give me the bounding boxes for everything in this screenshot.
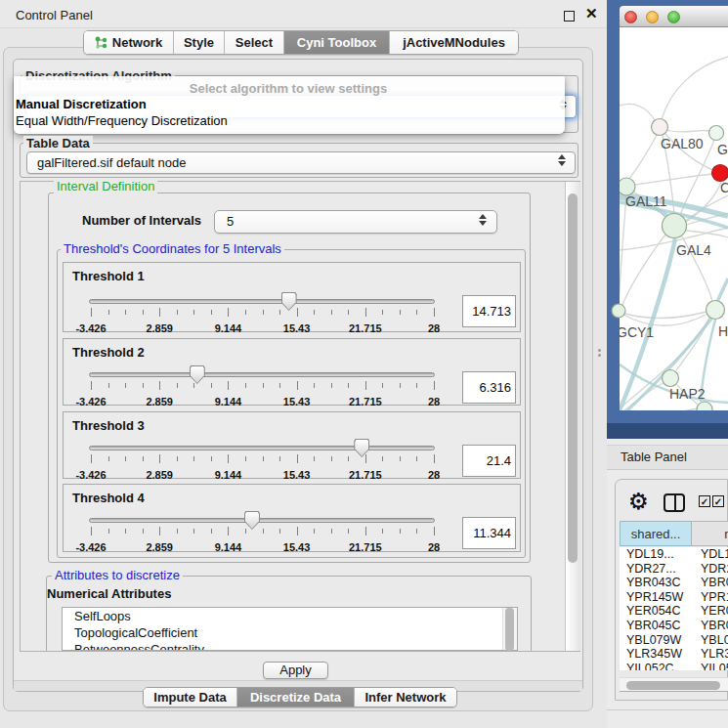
table-row[interactable]: YPR145WYPR145W [620,590,728,605]
apply-button[interactable]: Apply [263,662,328,679]
tab-label: Style [184,35,214,50]
table-column-header-name[interactable]: name [692,521,728,546]
number-of-intervals-combobox[interactable] [214,210,497,234]
table-hscrollbar-thumb[interactable] [626,681,720,690]
bottom-tab-infer-network[interactable]: Infer Network [355,688,456,707]
slider-thumb-face [282,293,296,310]
network-node[interactable] [663,370,679,387]
network-icon [95,36,107,50]
splitter-handle[interactable] [598,349,602,357]
popup-item-equal-width-frequency[interactable]: Equal Width/Frequency Discretization [16,113,228,128]
minor-tick [108,310,109,315]
network-canvas[interactable]: GAL80GAL4GAL11CRP1GAL4GCY1HIS4HAP2 [620,27,728,410]
bottom-tab-discretize-data[interactable]: Discretize Data [237,688,355,707]
network-node[interactable] [709,126,724,141]
attribute-list-item[interactable]: TopologicalCoefficient [63,624,517,641]
minor-tick [416,529,417,534]
close-icon[interactable]: ✕ [585,5,598,22]
threshold-4-value-field[interactable]: 11.344 [462,517,516,549]
minimize-traffic-light-icon[interactable] [646,11,659,23]
minor-tick [263,310,264,315]
table-row[interactable]: YDR27...YDR27 [620,562,728,577]
threshold-2-value-field[interactable]: 6.316 [462,371,516,404]
minor-tick [177,456,178,461]
threshold-1-slider-thumb[interactable] [281,292,297,311]
tick-label: 21.715 [349,396,382,407]
threshold-3-slider-thumb[interactable] [354,439,369,457]
minor-tick [211,383,212,388]
threshold-slider-track[interactable] [89,518,435,523]
table-row[interactable]: YBR045CYBR045C [620,619,728,633]
table-row[interactable]: YIL052CYIL052C [620,662,728,670]
major-tick [365,381,366,390]
threshold-2-slider-thumb[interactable] [190,365,205,384]
threshold-slider-track[interactable] [89,299,435,304]
zoom-traffic-light-icon[interactable] [667,11,680,23]
tick-label: -3.426 [75,396,106,407]
tick-label: 21.715 [349,541,382,553]
checkbox-icon[interactable]: ✓ [712,495,724,507]
threshold-1-value-field[interactable]: 14.713 [462,295,516,327]
attribute-list-item[interactable]: SelfLoops [63,608,517,624]
table-row[interactable]: YDL19...YDL19 [620,547,728,562]
threshold-3-value-field[interactable]: 21.4 [462,445,516,477]
minor-tick [348,310,349,315]
close-traffic-light-icon[interactable] [624,11,637,23]
window-title: Control Panel [16,8,93,22]
tab-network[interactable]: Network [84,31,174,54]
tab-select[interactable]: Select [225,31,284,54]
minor-tick [125,529,126,534]
minor-tick [263,456,264,461]
threshold-slider-track[interactable] [89,446,435,450]
network-node[interactable] [612,304,625,318]
tick-label: 2.859 [146,541,173,553]
table-data-combo-value: galFiltered.sif default node [37,155,186,170]
table-column-header-shared-name[interactable]: shared... [620,521,692,546]
threshold-label: Threshold 1 [72,269,145,283]
tab-style[interactable]: Style [174,31,225,54]
tab-cyni-toolbox[interactable]: Cyni Toolbox [284,31,390,54]
attribute-list-item[interactable]: BetweennessCentrality [63,641,517,651]
table-row[interactable]: YBR043CYBR043C [620,576,728,590]
threshold-label: Threshold 3 [72,418,145,433]
table-cell-name: YIL052C [701,662,728,670]
tick-label: 9.144 [215,469,242,481]
tick-label: 15.43 [283,541,311,553]
minor-tick [400,456,401,461]
network-edge [662,57,728,119]
table-row[interactable]: YER054CYER054C [620,604,728,619]
threshold-coordinates-group-title: Threshold's Coordinates for 5 Intervals [61,241,284,256]
minor-tick [125,310,126,315]
checkbox-icon[interactable]: ✓ [699,495,710,507]
major-tick [91,527,92,535]
tab-jactivemnodules[interactable]: jActiveMNodules [390,31,518,54]
numerical-attributes-list[interactable]: SelfLoopsTopologicalCoefficientBetweenne… [62,607,518,651]
gear-icon[interactable]: ⚙ [628,489,649,515]
bottom-tab-impute-data[interactable]: Impute Data [144,688,237,707]
minor-tick [331,529,332,534]
minor-tick [400,310,401,315]
minor-tick [331,383,332,388]
float-window-icon[interactable] [564,11,575,21]
network-node[interactable] [652,119,668,136]
network-node[interactable] [707,301,725,320]
table-rows: YDL19...YDL19YDR27...YDR27YBR043CYBR043C… [620,547,728,670]
split-view-icon[interactable] [664,493,685,512]
threshold-label: Threshold 4 [72,491,145,505]
minor-tick [263,529,264,534]
algorithm-combo-hint: Select algorithm to view settings [25,81,551,96]
threshold-slider-track[interactable] [89,372,435,377]
minor-tick [177,310,178,315]
table-row[interactable]: YBL079WYBL079W [620,633,728,648]
threshold-4-slider-thumb[interactable] [244,511,260,530]
control-panel-tabbar: NetworkStyleSelectCyni ToolboxjActiveMNo… [83,30,519,55]
popup-item-manual-discretization[interactable]: Manual Discretization [16,97,147,111]
tab-label: Network [112,35,162,50]
attributes-scrollbar-thumb[interactable] [505,608,514,651]
minor-tick [125,456,126,461]
network-node[interactable] [663,214,687,238]
table-row[interactable]: YLR345WYLR345W [620,647,728,662]
settings-scrollbar-thumb[interactable] [568,193,578,563]
tick-label: 21.715 [349,322,382,334]
network-node[interactable] [712,165,728,182]
